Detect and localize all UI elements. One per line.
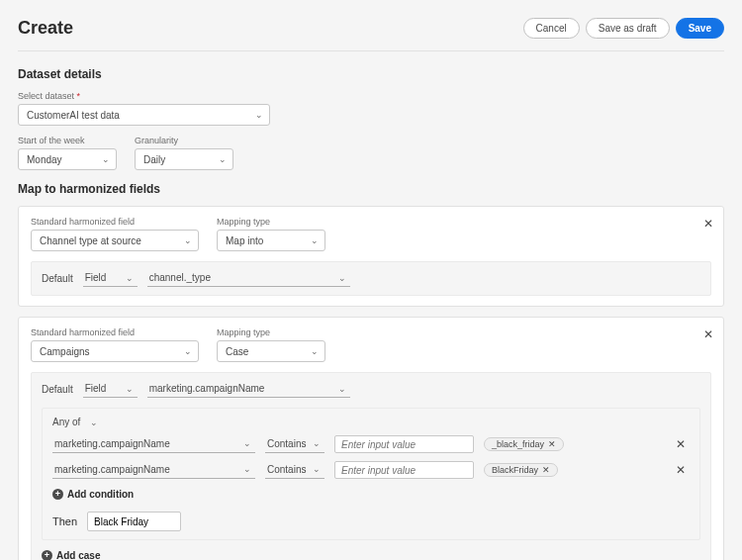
- chevron-down-icon: ⌄: [126, 273, 134, 283]
- granularity-select[interactable]: Daily ⌄: [135, 148, 233, 170]
- chevron-down-icon: ⌄: [311, 346, 319, 356]
- chevron-down-icon: ⌄: [90, 418, 98, 427]
- rule-row: marketing.campaignName⌄ Contains⌄ BlackF…: [52, 461, 690, 479]
- chevron-down-icon: ⌄: [219, 154, 227, 164]
- granularity-label: Granularity: [135, 136, 233, 145]
- std-field-label: Standard harmonized field: [31, 217, 199, 227]
- remove-rule-icon[interactable]: ✕: [676, 437, 690, 451]
- default-label: Default: [42, 273, 73, 284]
- add-condition-button[interactable]: + Add condition: [52, 489, 134, 500]
- chevron-down-icon: ⌄: [102, 154, 110, 164]
- remove-rule-icon[interactable]: ✕: [676, 463, 690, 477]
- rule-value-input[interactable]: [334, 461, 474, 479]
- then-value-input[interactable]: [87, 512, 181, 531]
- rule-operator-select[interactable]: Contains⌄: [265, 462, 325, 479]
- close-icon[interactable]: ✕: [703, 217, 713, 231]
- chevron-down-icon: ⌄: [338, 273, 346, 283]
- tag-remove-icon[interactable]: ✕: [548, 439, 556, 449]
- then-label: Then: [52, 515, 77, 527]
- rule-field-select[interactable]: marketing.campaignName⌄: [52, 462, 255, 479]
- save-button[interactable]: Save: [676, 18, 724, 39]
- mapping-type-select[interactable]: Map into ⌄: [217, 230, 325, 251]
- default-field-select[interactable]: marketing.campaignName⌄: [147, 381, 350, 398]
- mapping-type-select[interactable]: Case ⌄: [217, 340, 325, 362]
- save-draft-button[interactable]: Save as draft: [586, 18, 670, 39]
- cancel-button[interactable]: Cancel: [523, 18, 580, 39]
- any-of-toggle[interactable]: Any of ⌄: [52, 417, 690, 427]
- chevron-down-icon: ⌄: [255, 110, 263, 120]
- std-field-select[interactable]: Channel type at source ⌄: [31, 230, 199, 251]
- chevron-down-icon: ⌄: [243, 464, 251, 474]
- start-of-week-label: Start of the week: [18, 136, 117, 145]
- plus-circle-icon: +: [42, 550, 52, 560]
- default-label: Default: [42, 384, 73, 395]
- mapping-type-label: Mapping type: [217, 327, 325, 337]
- chevron-down-icon: ⌄: [338, 384, 346, 394]
- chevron-down-icon: ⌄: [126, 384, 134, 394]
- add-case-button[interactable]: + Add case: [42, 550, 100, 560]
- select-dataset-label: Select dataset *: [18, 91, 724, 101]
- tag-remove-icon[interactable]: ✕: [542, 465, 550, 475]
- default-field-select[interactable]: channel._type⌄: [147, 270, 350, 287]
- mapping-type-label: Mapping type: [217, 217, 325, 227]
- chevron-down-icon: ⌄: [184, 235, 192, 245]
- chevron-down-icon: ⌄: [313, 464, 321, 474]
- rule-operator-select[interactable]: Contains⌄: [265, 436, 325, 453]
- mapping-card: ✕ Standard harmonized field Channel type…: [18, 206, 724, 307]
- close-icon[interactable]: ✕: [703, 327, 713, 341]
- rule-field-select[interactable]: marketing.campaignName⌄: [52, 436, 255, 453]
- default-kind-select[interactable]: Field⌄: [83, 270, 138, 287]
- chevron-down-icon: ⌄: [184, 346, 192, 356]
- chevron-down-icon: ⌄: [311, 235, 319, 245]
- dataset-details-heading: Dataset details: [18, 67, 724, 81]
- select-dataset[interactable]: CustomerAI test data ⌄: [18, 104, 270, 126]
- required-asterisk: *: [77, 91, 81, 101]
- chevron-down-icon: ⌄: [243, 438, 251, 448]
- value-tag: _black_friday ✕: [484, 437, 564, 451]
- start-of-week-select[interactable]: Monday ⌄: [18, 148, 117, 170]
- mapping-card: ✕ Standard harmonized field Campaigns ⌄ …: [18, 317, 724, 560]
- header-actions: Cancel Save as draft Save: [523, 18, 724, 39]
- plus-circle-icon: +: [52, 489, 63, 500]
- page-title: Create: [18, 18, 73, 39]
- default-kind-select[interactable]: Field⌄: [83, 381, 138, 398]
- value-tag: BlackFriday ✕: [484, 463, 558, 477]
- std-field-label: Standard harmonized field: [31, 327, 199, 337]
- map-harmonized-heading: Map to harmonized fields: [18, 182, 724, 196]
- rule-row: marketing.campaignName⌄ Contains⌄ _black…: [52, 435, 690, 453]
- std-field-select[interactable]: Campaigns ⌄: [31, 340, 199, 362]
- chevron-down-icon: ⌄: [313, 438, 321, 448]
- rule-value-input[interactable]: [334, 435, 474, 453]
